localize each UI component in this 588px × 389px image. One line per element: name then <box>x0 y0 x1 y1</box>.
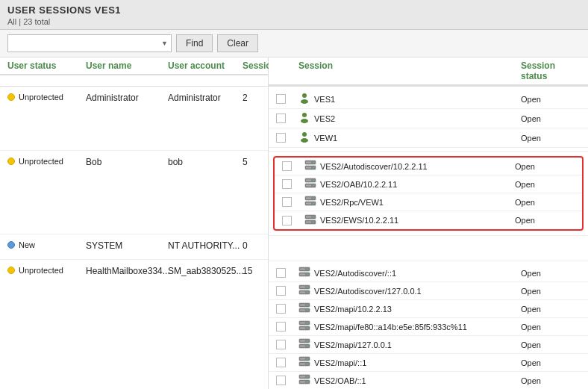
search-select[interactable] <box>7 34 172 52</box>
session-checkbox[interactable] <box>276 94 286 104</box>
session-label: VES2/mapi/127.0.0.1 <box>314 340 392 349</box>
session-name: VES2/mapi/127.0.0.1 <box>298 338 521 351</box>
user-account: bob <box>168 157 243 167</box>
session-name: VES2/Autodiscover/10.2.2.11 <box>304 160 515 172</box>
server-icon <box>298 267 310 279</box>
list-item: VEW1 Open <box>269 128 588 148</box>
session-group: VES1 Open VES2 Open VEW1 Open <box>269 87 588 152</box>
session-name: VES2/OAB/::1 <box>298 374 521 387</box>
table-header-row: User status User name User account Sessi… <box>0 57 588 87</box>
svg-rect-64 <box>300 358 305 360</box>
svg-point-33 <box>307 274 308 276</box>
svg-point-62 <box>307 358 308 360</box>
user-name: HealthMailboxe334... <box>86 266 168 276</box>
svg-rect-17 <box>306 185 311 187</box>
svg-rect-53 <box>300 328 305 329</box>
list-item: VES2/Autodiscover/::1 Open <box>269 264 588 282</box>
svg-point-44 <box>307 305 308 306</box>
session-label: VES2/mapi/fe80::a14b:e5e:85f5:933c%11 <box>314 323 467 332</box>
right-panel: VES1 Open VES2 Open VEW1 Open <box>269 87 588 389</box>
svg-point-2 <box>302 113 307 117</box>
table-row: Unprotected Bob bob 5 <box>0 151 268 234</box>
list-item: VES2/mapi/::1 Open <box>269 354 588 372</box>
session-checkbox[interactable] <box>276 340 286 349</box>
person-icon <box>298 111 310 125</box>
svg-rect-16 <box>306 180 311 181</box>
status-dot <box>7 158 15 165</box>
find-button[interactable]: Find <box>176 34 213 52</box>
svg-point-3 <box>301 119 308 123</box>
user-account: SM_aab3830525... <box>168 266 243 276</box>
session-group: VES2/Autodiscover/::1 Open VES2/Autodisc… <box>269 261 588 389</box>
session-status: Open <box>521 269 581 278</box>
session-name: VES2/mapi/::1 <box>298 356 521 369</box>
session-name: VES2/mapi/fe80::a14b:e5e:85f5:933c%11 <box>298 320 521 333</box>
session-status: Open <box>515 162 575 171</box>
svg-point-9 <box>313 167 314 169</box>
col-session: Session <box>298 60 521 81</box>
server-icon <box>298 356 310 369</box>
session-status: Open <box>521 323 581 332</box>
session-status: Open <box>521 376 581 385</box>
search-select-wrapper[interactable] <box>7 34 172 52</box>
list-item: VES2/Autodiscover/10.2.2.11 Open <box>275 158 582 175</box>
svg-rect-28 <box>306 216 311 217</box>
user-status-cell: Unprotected <box>7 266 86 275</box>
session-checkbox[interactable] <box>282 216 292 225</box>
server-icon <box>304 160 316 172</box>
session-label: VES2/OAB/10.2.2.11 <box>320 180 397 189</box>
session-checkbox[interactable] <box>282 197 292 207</box>
session-checkbox[interactable] <box>282 161 292 171</box>
session-name: VES2/Autodiscover/127.0.0.1 <box>298 284 521 297</box>
session-checkbox[interactable] <box>276 376 286 385</box>
page-header: USER SESSIONS VES1 All | 23 total <box>0 0 588 30</box>
session-checkbox[interactable] <box>282 179 292 189</box>
session-name: VES2/OAB/10.2.2.11 <box>304 178 515 190</box>
session-status: Open <box>521 95 581 104</box>
clear-button[interactable]: Clear <box>217 34 258 52</box>
session-status: Open <box>515 180 575 189</box>
session-label: VES2/Autodiscover/::1 <box>314 269 396 278</box>
user-sessions-count: 15 <box>243 266 269 276</box>
table-row: Unprotected HealthMailboxe334... SM_aab3… <box>0 260 268 389</box>
svg-point-27 <box>313 221 314 222</box>
svg-point-68 <box>307 376 308 378</box>
session-checkbox[interactable] <box>276 268 286 278</box>
left-col-headers: User status User name User account Sessi… <box>0 57 269 86</box>
svg-rect-65 <box>300 364 305 365</box>
list-item: VES2/OAB/::1 Open <box>269 372 588 389</box>
svg-point-57 <box>307 346 308 347</box>
right-col-headers: Session Session status <box>269 57 588 86</box>
svg-rect-46 <box>300 305 305 306</box>
list-item: VES2 Open <box>269 109 588 128</box>
page-title: USER SESSIONS VES1 <box>7 4 581 16</box>
svg-rect-35 <box>300 274 305 276</box>
session-status: Open <box>521 287 581 296</box>
session-checkbox[interactable] <box>276 304 286 314</box>
session-group: VES2/Autodiscover/10.2.2.11 Open VES2/OA… <box>269 152 588 236</box>
col-check <box>276 60 298 81</box>
session-checkbox[interactable] <box>276 133 286 143</box>
session-status: Open <box>515 198 575 207</box>
svg-point-21 <box>313 203 314 205</box>
session-checkbox[interactable] <box>276 322 286 332</box>
person-icon <box>298 131 310 145</box>
session-group-empty <box>269 236 588 261</box>
session-status: Open <box>521 134 581 143</box>
svg-rect-58 <box>300 340 305 342</box>
svg-point-8 <box>313 162 314 164</box>
svg-rect-11 <box>306 167 311 169</box>
session-name: VES2/mapi/10.2.2.13 <box>298 302 521 315</box>
svg-rect-70 <box>300 376 305 378</box>
session-label: VES2/Autodiscover/127.0.0.1 <box>314 287 422 296</box>
session-checkbox[interactable] <box>276 113 286 123</box>
session-label: VES2/mapi/::1 <box>314 358 366 367</box>
list-item: VES2/OAB/10.2.2.11 Open <box>275 175 582 193</box>
session-checkbox[interactable] <box>276 358 286 367</box>
session-name: VES1 <box>298 92 521 106</box>
user-name: Administrator <box>86 93 168 103</box>
svg-point-63 <box>307 364 308 365</box>
server-icon <box>304 196 316 208</box>
svg-point-45 <box>307 310 308 311</box>
session-checkbox[interactable] <box>276 286 286 296</box>
